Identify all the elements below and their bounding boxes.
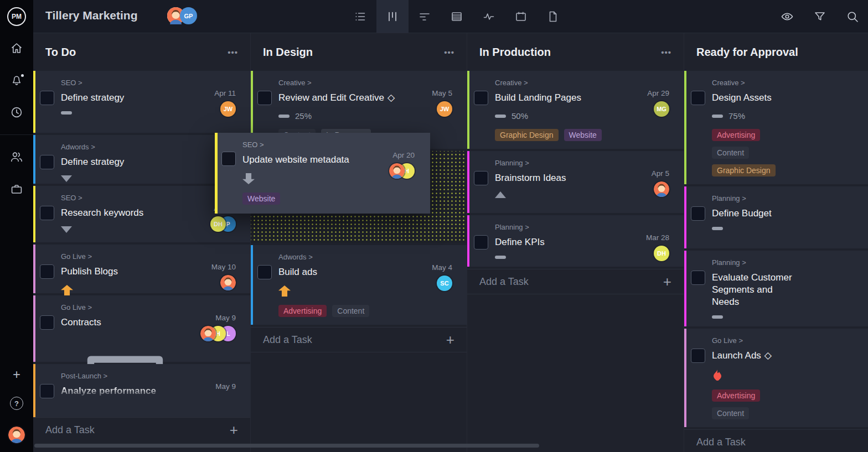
priority-high-icon <box>278 285 291 297</box>
help-icon[interactable]: ? <box>10 397 23 410</box>
search-icon[interactable] <box>846 10 859 23</box>
filter-funnel-icon[interactable] <box>813 10 826 23</box>
team-people-icon[interactable] <box>10 150 23 164</box>
add-task-button[interactable]: Add a Task + <box>251 327 467 352</box>
gantt-view-icon[interactable] <box>409 0 441 33</box>
task-title: Analyze performance <box>61 385 184 397</box>
horizontal-scrollbar[interactable] <box>34 444 539 448</box>
portfolio-briefcase-icon[interactable] <box>10 183 23 196</box>
task-title: Evaluate Customer Segments and Needs <box>712 272 802 308</box>
add-task-button[interactable]: Add a Task + <box>33 417 250 443</box>
task-category[interactable]: Go Live > <box>61 252 184 261</box>
priority-low-icon <box>61 175 72 182</box>
kanban-view-icon[interactable] <box>376 0 409 33</box>
assignee-avatar: JW <box>437 101 452 117</box>
task-checkbox[interactable] <box>221 152 236 166</box>
plus-icon: + <box>663 273 671 290</box>
files-view-icon[interactable] <box>537 0 569 33</box>
user-avatar[interactable] <box>8 427 25 443</box>
task-card[interactable]: Creative > Design Assets 75% Advertising… <box>684 71 868 184</box>
task-category[interactable]: Post-Launch > <box>61 372 184 380</box>
due-date: May 9 <box>215 314 236 322</box>
task-category[interactable]: Planning > <box>712 258 802 267</box>
sheet-view-icon[interactable] <box>441 0 473 33</box>
recent-clock-icon[interactable] <box>10 106 23 119</box>
due-date: May 4 <box>432 263 452 272</box>
home-icon[interactable] <box>10 41 23 55</box>
card-color-strip <box>467 215 469 267</box>
list-view-icon[interactable] <box>344 0 376 33</box>
task-title: Update website metadata <box>242 154 364 166</box>
calendar-view-icon[interactable] <box>505 0 537 33</box>
task-card[interactable]: Planning > Evaluate Customer Segments an… <box>684 251 868 326</box>
task-checkbox[interactable] <box>40 315 54 330</box>
column-menu-icon[interactable]: ••• <box>444 48 454 57</box>
assignee-avatar: SC <box>437 276 452 291</box>
task-checkbox[interactable] <box>40 155 54 169</box>
task-category[interactable]: Planning > <box>712 194 802 202</box>
pm-logo[interactable]: PM <box>7 7 26 26</box>
task-category[interactable]: Planning > <box>495 223 617 231</box>
view-switcher <box>344 0 569 33</box>
task-card[interactable]: Go Live > Contracts 2 May 9 <box>33 295 250 362</box>
task-card[interactable]: Post-Launch > Analyze performance May 9 <box>33 364 250 419</box>
task-category[interactable]: Creative > <box>495 79 617 87</box>
column-title: In Design <box>263 46 313 59</box>
tag: Website <box>564 129 602 141</box>
add-task-button[interactable]: Add a Task + <box>467 269 684 294</box>
column-in-design: In Design ••• Creative > Review and Edit… <box>251 33 467 452</box>
task-checkbox[interactable] <box>257 265 272 279</box>
task-card[interactable]: Go Live > Launch Ads◇ Advertising Conten… <box>684 329 868 427</box>
due-date: Apr 29 <box>647 89 669 97</box>
task-category[interactable]: Adwords > <box>61 143 184 151</box>
task-category[interactable]: Creative > <box>712 79 802 87</box>
task-checkbox[interactable] <box>40 384 54 398</box>
card-color-strip <box>33 364 35 419</box>
priority-medium-icon <box>712 115 723 118</box>
task-category[interactable]: Planning > <box>495 159 617 167</box>
sidebar-add-icon[interactable]: + <box>13 369 20 380</box>
priority-low-arrow-icon <box>242 173 255 184</box>
task-category[interactable]: SEO > <box>61 79 184 87</box>
task-checkbox[interactable] <box>40 91 54 105</box>
task-category[interactable]: Adwords > <box>278 253 400 261</box>
task-category[interactable]: Go Live > <box>712 336 802 345</box>
task-checkbox[interactable] <box>691 91 705 105</box>
task-card[interactable]: Creative > Build Landing Pages 50% Graph… <box>467 71 684 149</box>
dragged-task-card[interactable]: SEO > Update website metadata Website Ap… <box>215 133 430 214</box>
task-title: Launch Ads◇ <box>712 350 802 362</box>
column-menu-icon[interactable]: ••• <box>661 48 671 57</box>
member-avatar[interactable]: GP <box>180 7 197 24</box>
priority-medium-icon <box>495 115 506 118</box>
activity-view-icon[interactable] <box>473 0 505 33</box>
task-checkbox[interactable] <box>691 349 705 363</box>
column-menu-icon[interactable]: ••• <box>228 48 238 57</box>
add-task-button[interactable]: Add a Task <box>684 429 868 452</box>
column-title: Ready for Approval <box>696 46 798 59</box>
task-category[interactable]: Go Live > <box>61 303 184 311</box>
task-checkbox[interactable] <box>40 206 54 220</box>
task-category[interactable]: SEO > <box>61 194 184 202</box>
task-category[interactable]: Creative > <box>278 79 400 87</box>
task-card[interactable]: Planning > Define Budget <box>684 186 868 248</box>
task-checkbox[interactable] <box>474 235 488 250</box>
project-members[interactable]: GP <box>167 7 197 24</box>
task-checkbox[interactable] <box>474 91 488 105</box>
task-checkbox[interactable] <box>257 91 272 105</box>
task-checkbox[interactable] <box>40 264 54 279</box>
task-card[interactable]: Planning > Define KPIs Mar 28 DH <box>467 215 684 267</box>
task-card[interactable]: Go Live > Publish Blogs Content Website … <box>33 245 250 293</box>
task-card[interactable]: Planning > Brainstorm Ideas Apr 5 <box>467 151 684 213</box>
card-color-strip <box>684 71 686 184</box>
task-checkbox[interactable] <box>691 206 705 221</box>
task-card[interactable]: SEO > Define strategy Apr 11 JW <box>33 71 250 133</box>
notifications-bell-icon[interactable] <box>10 74 23 87</box>
task-card[interactable]: Adwords > Build ads Advertising Content … <box>251 245 467 325</box>
task-checkbox[interactable] <box>691 271 705 285</box>
task-checkbox[interactable] <box>474 171 488 185</box>
assignee-avatar: MG <box>654 101 669 117</box>
priority-medium-icon <box>712 227 723 230</box>
assignee-avatar: DH <box>210 216 226 232</box>
visibility-eye-icon[interactable] <box>781 10 794 23</box>
task-title: Publish Blogs <box>61 266 184 278</box>
